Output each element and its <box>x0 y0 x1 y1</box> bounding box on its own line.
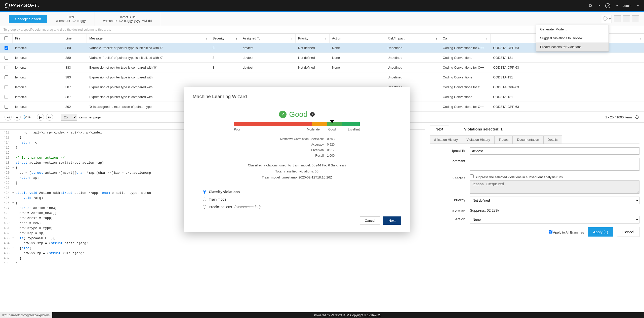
col-priority[interactable]: Priority↑⋮ <box>296 34 330 43</box>
col-risk[interactable]: Risk/Impact⋮ <box>385 34 440 43</box>
user-caret-icon[interactable] <box>637 5 639 6</box>
info-icon[interactable]: i <box>310 112 315 117</box>
mode-radio[interactable] <box>203 190 206 194</box>
fold-gutter[interactable]: ▾ <box>12 191 16 196</box>
fold-gutter[interactable] <box>12 170 16 175</box>
page-number[interactable]: 4 <box>29 115 30 119</box>
fold-gutter[interactable] <box>12 231 16 236</box>
gear-icon[interactable] <box>587 3 593 9</box>
mode-radio[interactable] <box>203 205 206 209</box>
col-menu-icon[interactable]: ⋮ <box>81 36 85 41</box>
table-row[interactable]: lemon.c383Expression of pointer type is … <box>0 63 644 72</box>
col-category[interactable]: Ca⋮ <box>440 34 491 43</box>
fold-gutter[interactable] <box>12 160 16 165</box>
fold-gutter[interactable]: ▾ <box>12 165 16 170</box>
suppress-checkbox[interactable] <box>470 174 474 178</box>
apply-all-branches-checkbox[interactable] <box>549 230 552 234</box>
page-number[interactable]: ... <box>32 115 35 119</box>
fold-gutter[interactable] <box>12 261 16 263</box>
col-message[interactable]: Message⋮ <box>87 34 210 43</box>
col-line[interactable]: Line⋮ <box>63 34 87 43</box>
fold-gutter[interactable] <box>12 186 16 191</box>
ml-menu-item[interactable]: Suggest Violations to Review... <box>536 34 609 42</box>
row-checkbox[interactable] <box>5 85 8 89</box>
ml-menu-item[interactable]: Generate_Model... <box>536 25 609 34</box>
mode-radio-label[interactable]: Classify violations <box>209 190 240 194</box>
ml-menu-item[interactable]: Predict Actions for Violations... <box>536 42 609 51</box>
pager-last-button[interactable]: ⏭ <box>46 114 53 121</box>
col-menu-icon[interactable]: ⋮ <box>234 36 238 41</box>
header-checkbox[interactable] <box>0 34 13 43</box>
refresh-icon[interactable] <box>634 115 639 120</box>
fold-gutter[interactable]: ▾ <box>12 236 16 241</box>
fold-gutter[interactable]: ▾ <box>12 246 16 251</box>
col-menu-icon[interactable]: ⋮ <box>379 36 383 41</box>
col-menu-icon[interactable]: ⋮ <box>434 36 438 41</box>
cancel-button[interactable]: Cancel <box>617 227 639 237</box>
fold-gutter[interactable] <box>12 251 16 256</box>
col-menu-icon[interactable]: ⋮ <box>324 36 328 41</box>
detail-tab[interactable]: Violation History <box>462 135 494 144</box>
detail-tab[interactable]: Traces <box>494 135 513 144</box>
row-checkbox[interactable] <box>5 95 8 99</box>
detail-tab[interactable]: Details <box>543 135 562 144</box>
row-checkbox[interactable] <box>5 66 8 69</box>
col-file[interactable]: File⋮ <box>13 34 63 43</box>
fold-gutter[interactable] <box>12 155 16 160</box>
col-assigned[interactable]: Assigned To⋮ <box>240 34 296 43</box>
fold-gutter[interactable] <box>12 206 16 211</box>
page-number[interactable]: 1 <box>23 115 25 119</box>
fold-gutter[interactable] <box>12 241 16 246</box>
pager-next-button[interactable]: ▶ <box>37 114 44 121</box>
fold-gutter[interactable] <box>12 150 16 155</box>
col-menu-icon[interactable]: ⋮ <box>485 36 489 41</box>
modal-cancel-button[interactable]: Cancel <box>360 216 380 225</box>
col-menu-icon[interactable]: ⋮ <box>290 36 294 41</box>
view-toggle-3[interactable] <box>632 15 639 22</box>
items-per-page-select[interactable]: 25 <box>61 114 77 121</box>
pager-prev-button[interactable]: ◀ <box>14 114 21 121</box>
apply-all-branches-label[interactable]: Apply to All Branches <box>549 230 584 234</box>
detail-tab[interactable]: Documentation <box>513 135 543 144</box>
next-violation-button[interactable]: Next <box>430 125 449 133</box>
row-checkbox[interactable] <box>5 105 8 109</box>
change-search-button[interactable]: Change Search <box>9 15 47 23</box>
mode-radio-label[interactable]: Train model <box>209 197 227 201</box>
mode-radio[interactable] <box>203 198 206 201</box>
col-severity[interactable]: Severity⋮ <box>210 34 240 43</box>
user-label[interactable]: admin <box>623 4 631 8</box>
fold-gutter[interactable] <box>12 256 16 261</box>
help-icon[interactable]: ? <box>605 3 611 9</box>
filter-block[interactable]: Filter wireshark-1.2-buggy <box>47 12 95 26</box>
gear-caret-icon[interactable] <box>598 5 600 6</box>
suppress-checkbox-label[interactable]: Suppress the selected violations in subs… <box>470 174 639 179</box>
view-toggle-1[interactable] <box>614 15 621 22</box>
table-row[interactable]: lemon.c380Variable 'freelist' of pointer… <box>0 53 644 63</box>
pager-first-button[interactable]: ⏮ <box>5 114 12 121</box>
page-number[interactable]: 3 <box>27 115 28 119</box>
col-menu-icon[interactable]: ⋮ <box>204 36 208 41</box>
fold-gutter[interactable] <box>12 196 16 201</box>
fold-gutter[interactable] <box>12 211 16 216</box>
ml-wizard-button[interactable] <box>602 15 612 23</box>
action-select[interactable]: None <box>470 216 639 223</box>
fold-gutter[interactable] <box>12 140 16 145</box>
fold-gutter[interactable] <box>12 135 16 140</box>
assigned-to-input[interactable] <box>470 147 639 155</box>
fold-gutter[interactable] <box>12 216 16 221</box>
suppress-reason-textarea[interactable] <box>470 180 639 194</box>
fold-gutter[interactable] <box>12 145 16 150</box>
fold-gutter[interactable]: ▾ <box>12 201 16 206</box>
view-toggle-2[interactable] <box>623 15 630 22</box>
fold-gutter[interactable] <box>12 130 16 135</box>
priority-select[interactable]: Not defined <box>470 197 639 204</box>
modal-next-button[interactable]: Next <box>383 216 401 225</box>
fold-gutter[interactable] <box>12 175 16 180</box>
row-checkbox[interactable] <box>5 46 8 50</box>
fold-gutter[interactable] <box>12 180 16 186</box>
comment-textarea[interactable] <box>470 158 639 171</box>
col-action[interactable]: Action⋮ <box>330 34 385 43</box>
help-caret-icon[interactable] <box>616 5 618 6</box>
apply-button[interactable]: Apply (1) <box>588 227 613 237</box>
target-build-block[interactable]: Target Build wireshark-1.2-buggy-yyyy-MM… <box>95 12 160 26</box>
